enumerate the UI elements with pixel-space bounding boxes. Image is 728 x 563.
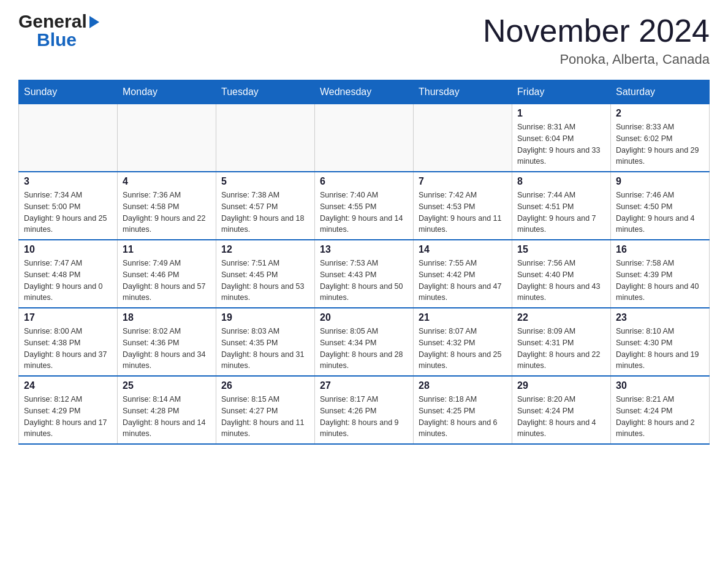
- day-info: Sunrise: 8:00 AMSunset: 4:38 PMDaylight:…: [24, 326, 112, 372]
- day-info: Sunrise: 8:07 AMSunset: 4:32 PMDaylight:…: [419, 326, 507, 372]
- calendar-cell: 22Sunrise: 8:09 AMSunset: 4:31 PMDayligh…: [512, 308, 611, 376]
- day-info: Sunrise: 8:33 AMSunset: 6:02 PMDaylight:…: [616, 121, 704, 167]
- day-number: 2: [616, 108, 704, 119]
- calendar-cell: 26Sunrise: 8:15 AMSunset: 4:27 PMDayligh…: [216, 376, 315, 444]
- calendar-cell: 5Sunrise: 7:38 AMSunset: 4:57 PMDaylight…: [216, 172, 315, 240]
- day-info: Sunrise: 8:09 AMSunset: 4:31 PMDaylight:…: [517, 326, 605, 372]
- day-number: 10: [24, 244, 112, 255]
- calendar-cell: 1Sunrise: 8:31 AMSunset: 6:04 PMDaylight…: [512, 104, 611, 172]
- day-number: 21: [419, 312, 507, 323]
- calendar-cell: 19Sunrise: 8:03 AMSunset: 4:35 PMDayligh…: [216, 308, 315, 376]
- calendar-cell: 27Sunrise: 8:17 AMSunset: 4:26 PMDayligh…: [315, 376, 414, 444]
- day-number: 18: [123, 312, 211, 323]
- calendar-cell: 21Sunrise: 8:07 AMSunset: 4:32 PMDayligh…: [414, 308, 512, 376]
- day-info: Sunrise: 7:47 AMSunset: 4:48 PMDaylight:…: [24, 258, 112, 304]
- calendar-cell: 6Sunrise: 7:40 AMSunset: 4:55 PMDaylight…: [315, 172, 414, 240]
- calendar-week-2: 3Sunrise: 7:34 AMSunset: 5:00 PMDaylight…: [19, 172, 710, 240]
- day-info: Sunrise: 7:46 AMSunset: 4:50 PMDaylight:…: [616, 190, 704, 236]
- day-number: 11: [123, 244, 211, 255]
- day-number: 1: [517, 108, 605, 119]
- month-year-title: November 2024: [483, 12, 710, 49]
- day-number: 16: [616, 244, 704, 255]
- calendar-cell: 4Sunrise: 7:36 AMSunset: 4:58 PMDaylight…: [118, 172, 216, 240]
- day-info: Sunrise: 7:56 AMSunset: 4:40 PMDaylight:…: [517, 258, 605, 304]
- calendar-week-3: 10Sunrise: 7:47 AMSunset: 4:48 PMDayligh…: [19, 240, 710, 308]
- calendar-cell: 18Sunrise: 8:02 AMSunset: 4:36 PMDayligh…: [118, 308, 216, 376]
- day-number: 19: [221, 312, 309, 323]
- calendar-week-1: 1Sunrise: 8:31 AMSunset: 6:04 PMDaylight…: [19, 104, 710, 172]
- logo-arrow-icon: [89, 16, 99, 28]
- day-info: Sunrise: 8:12 AMSunset: 4:29 PMDaylight:…: [24, 394, 112, 440]
- day-info: Sunrise: 7:38 AMSunset: 4:57 PMDaylight:…: [221, 190, 309, 236]
- calendar-cell: [414, 104, 512, 172]
- page-header: General Blue November 2024 Ponoka, Alber…: [18, 12, 710, 67]
- logo: General Blue: [18, 12, 99, 49]
- calendar-table: SundayMondayTuesdayWednesdayThursdayFrid…: [18, 80, 710, 445]
- calendar-cell: 25Sunrise: 8:14 AMSunset: 4:28 PMDayligh…: [118, 376, 216, 444]
- day-info: Sunrise: 7:51 AMSunset: 4:45 PMDaylight:…: [221, 258, 309, 304]
- day-number: 17: [24, 312, 112, 323]
- day-number: 14: [419, 244, 507, 255]
- day-info: Sunrise: 7:40 AMSunset: 4:55 PMDaylight:…: [320, 190, 408, 236]
- calendar-cell: 11Sunrise: 7:49 AMSunset: 4:46 PMDayligh…: [118, 240, 216, 308]
- calendar-cell: 30Sunrise: 8:21 AMSunset: 4:24 PMDayligh…: [611, 376, 710, 444]
- day-info: Sunrise: 8:14 AMSunset: 4:28 PMDaylight:…: [123, 394, 211, 440]
- day-number: 6: [320, 176, 408, 187]
- day-info: Sunrise: 8:15 AMSunset: 4:27 PMDaylight:…: [221, 394, 309, 440]
- calendar-cell: 28Sunrise: 8:18 AMSunset: 4:25 PMDayligh…: [414, 376, 512, 444]
- day-number: 7: [419, 176, 507, 187]
- day-info: Sunrise: 8:20 AMSunset: 4:24 PMDaylight:…: [517, 394, 605, 440]
- calendar-cell: 9Sunrise: 7:46 AMSunset: 4:50 PMDaylight…: [611, 172, 710, 240]
- calendar-header-row: SundayMondayTuesdayWednesdayThursdayFrid…: [19, 80, 710, 104]
- weekday-header-wednesday: Wednesday: [315, 80, 414, 104]
- day-number: 5: [221, 176, 309, 187]
- day-info: Sunrise: 7:58 AMSunset: 4:39 PMDaylight:…: [616, 258, 704, 304]
- day-info: Sunrise: 7:36 AMSunset: 4:58 PMDaylight:…: [123, 190, 211, 236]
- day-number: 29: [517, 380, 605, 391]
- calendar-cell: 13Sunrise: 7:53 AMSunset: 4:43 PMDayligh…: [315, 240, 414, 308]
- location-subtitle: Ponoka, Alberta, Canada: [483, 52, 710, 67]
- day-number: 12: [221, 244, 309, 255]
- calendar-week-4: 17Sunrise: 8:00 AMSunset: 4:38 PMDayligh…: [19, 308, 710, 376]
- calendar-cell: 24Sunrise: 8:12 AMSunset: 4:29 PMDayligh…: [19, 376, 118, 444]
- day-info: Sunrise: 8:21 AMSunset: 4:24 PMDaylight:…: [616, 394, 704, 440]
- day-number: 27: [320, 380, 408, 391]
- day-info: Sunrise: 7:49 AMSunset: 4:46 PMDaylight:…: [123, 258, 211, 304]
- weekday-header-friday: Friday: [512, 80, 611, 104]
- calendar-cell: 17Sunrise: 8:00 AMSunset: 4:38 PMDayligh…: [19, 308, 118, 376]
- calendar-cell: [118, 104, 216, 172]
- calendar-cell: 23Sunrise: 8:10 AMSunset: 4:30 PMDayligh…: [611, 308, 710, 376]
- day-number: 30: [616, 380, 704, 391]
- weekday-header-tuesday: Tuesday: [216, 80, 315, 104]
- day-number: 25: [123, 380, 211, 391]
- title-section: November 2024 Ponoka, Alberta, Canada: [483, 12, 710, 67]
- day-number: 15: [517, 244, 605, 255]
- weekday-header-sunday: Sunday: [19, 80, 118, 104]
- weekday-header-monday: Monday: [118, 80, 216, 104]
- day-number: 26: [221, 380, 309, 391]
- calendar-cell: [315, 104, 414, 172]
- logo-text: General Blue: [18, 12, 99, 49]
- weekday-header-thursday: Thursday: [414, 80, 512, 104]
- day-number: 8: [517, 176, 605, 187]
- logo-general: General: [18, 12, 87, 31]
- day-number: 20: [320, 312, 408, 323]
- calendar-cell: 20Sunrise: 8:05 AMSunset: 4:34 PMDayligh…: [315, 308, 414, 376]
- day-number: 13: [320, 244, 408, 255]
- day-number: 4: [123, 176, 211, 187]
- day-number: 22: [517, 312, 605, 323]
- calendar-cell: 3Sunrise: 7:34 AMSunset: 5:00 PMDaylight…: [19, 172, 118, 240]
- day-info: Sunrise: 8:18 AMSunset: 4:25 PMDaylight:…: [419, 394, 507, 440]
- calendar-cell: 2Sunrise: 8:33 AMSunset: 6:02 PMDaylight…: [611, 104, 710, 172]
- calendar-week-5: 24Sunrise: 8:12 AMSunset: 4:29 PMDayligh…: [19, 376, 710, 444]
- logo-blue: Blue: [37, 29, 77, 50]
- day-number: 9: [616, 176, 704, 187]
- calendar-cell: [19, 104, 118, 172]
- day-info: Sunrise: 7:53 AMSunset: 4:43 PMDaylight:…: [320, 258, 408, 304]
- day-info: Sunrise: 8:17 AMSunset: 4:26 PMDaylight:…: [320, 394, 408, 440]
- day-info: Sunrise: 8:03 AMSunset: 4:35 PMDaylight:…: [221, 326, 309, 372]
- day-info: Sunrise: 8:02 AMSunset: 4:36 PMDaylight:…: [123, 326, 211, 372]
- day-info: Sunrise: 7:55 AMSunset: 4:42 PMDaylight:…: [419, 258, 507, 304]
- day-number: 28: [419, 380, 507, 391]
- calendar-cell: 8Sunrise: 7:44 AMSunset: 4:51 PMDaylight…: [512, 172, 611, 240]
